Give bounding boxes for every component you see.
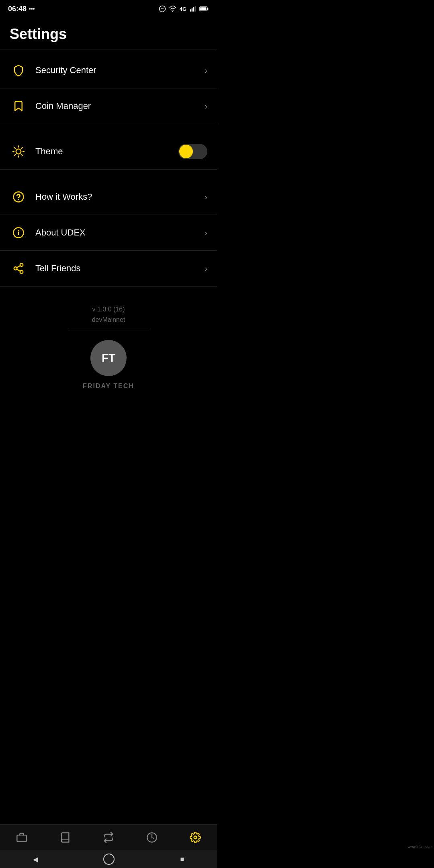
section-gap-2	[0, 170, 217, 176]
svg-line-17	[14, 155, 15, 156]
tell-friends-label: Tell Friends	[35, 263, 205, 274]
security-center-item[interactable]: Security Center ›	[0, 53, 217, 88]
shield-icon	[10, 61, 27, 79]
brand-name: FRIDAY TECH	[83, 383, 134, 390]
version-line1: v 1.0.0 (16)	[92, 306, 125, 313]
svg-rect-4	[192, 8, 193, 12]
ft-logo: FT	[90, 340, 127, 376]
sun-icon	[10, 143, 27, 160]
svg-line-29	[17, 266, 20, 268]
security-center-label: Security Center	[35, 65, 205, 76]
svg-line-18	[22, 147, 23, 148]
question-icon	[10, 188, 27, 206]
svg-point-2	[172, 11, 173, 12]
svg-point-24	[18, 230, 18, 231]
menu-section-info: How it Works? › About UDEX › Tell F	[0, 176, 217, 290]
wifi-icon	[169, 5, 176, 12]
coin-manager-chevron: ›	[205, 102, 207, 111]
page-title: Settings	[10, 26, 207, 43]
theme-label: Theme	[35, 146, 178, 157]
status-bar: 06:48 ••• 4G	[0, 0, 217, 18]
about-udex-chevron: ›	[205, 228, 207, 237]
coin-manager-label: Coin Manager	[35, 101, 205, 111]
version-divider	[68, 330, 149, 330]
signal-icon	[190, 6, 196, 12]
how-it-works-item[interactable]: How it Works? ›	[0, 179, 217, 215]
theme-toggle[interactable]	[178, 144, 207, 159]
svg-point-10	[16, 149, 21, 154]
about-udex-item[interactable]: About UDEX ›	[0, 215, 217, 251]
bookmark-icon	[10, 97, 27, 115]
svg-rect-3	[190, 9, 191, 11]
network-4g: 4G	[180, 6, 186, 12]
security-center-chevron: ›	[205, 66, 207, 75]
do-not-disturb-icon	[159, 5, 166, 12]
theme-item[interactable]: Theme	[0, 134, 217, 170]
toggle-knob	[179, 145, 193, 158]
svg-rect-6	[195, 6, 196, 11]
svg-rect-8	[200, 7, 206, 10]
version-line2: devMainnet	[92, 316, 125, 323]
svg-line-14	[22, 155, 23, 156]
header: Settings	[0, 18, 217, 49]
section-gap-1	[0, 127, 217, 134]
how-it-works-chevron: ›	[205, 192, 207, 202]
share-icon	[10, 260, 27, 277]
tell-friends-item[interactable]: Tell Friends ›	[0, 251, 217, 287]
about-udex-label: About UDEX	[35, 227, 205, 238]
status-icons: 4G	[159, 5, 209, 12]
battery-icon	[199, 6, 209, 12]
svg-rect-5	[193, 7, 194, 12]
tell-friends-chevron: ›	[205, 264, 207, 273]
menu-section-top: Security Center › Coin Manager ›	[0, 49, 217, 127]
bottom-spacer	[0, 398, 217, 446]
status-dots: •••	[29, 6, 35, 12]
svg-line-28	[17, 269, 20, 271]
ft-logo-text: FT	[102, 352, 115, 364]
svg-line-13	[14, 147, 15, 148]
info-icon	[10, 224, 27, 242]
coin-manager-item[interactable]: Coin Manager ›	[0, 88, 217, 124]
how-it-works-label: How it Works?	[35, 192, 205, 202]
version-section: v 1.0.0 (16) devMainnet FT FRIDAY TECH	[0, 290, 217, 398]
status-time: 06:48	[8, 5, 27, 13]
svg-rect-9	[207, 8, 209, 10]
